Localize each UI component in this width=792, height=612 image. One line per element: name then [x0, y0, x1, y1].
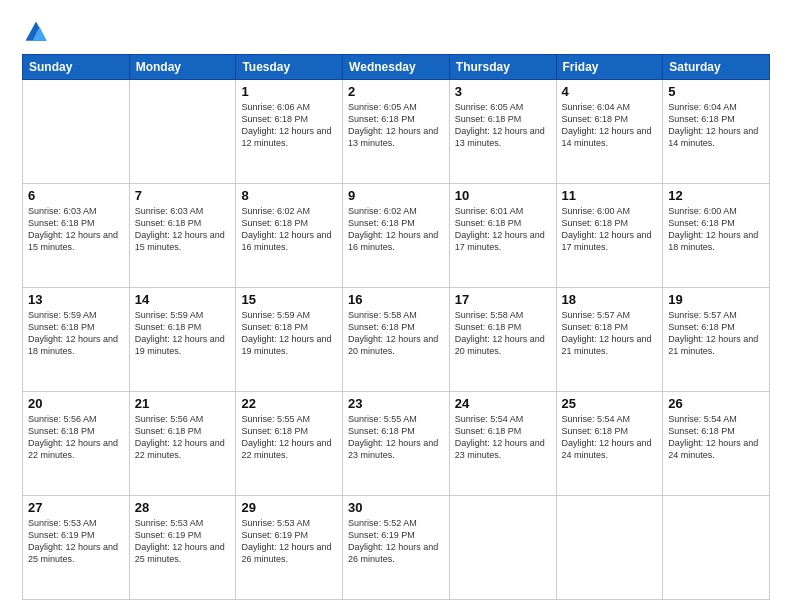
- weekday-header-row: SundayMondayTuesdayWednesdayThursdayFrid…: [23, 55, 770, 80]
- calendar-cell: 11Sunrise: 6:00 AM Sunset: 6:18 PM Dayli…: [556, 184, 663, 288]
- day-info: Sunrise: 5:53 AM Sunset: 6:19 PM Dayligh…: [241, 517, 337, 566]
- calendar-cell: [23, 80, 130, 184]
- day-info: Sunrise: 5:52 AM Sunset: 6:19 PM Dayligh…: [348, 517, 444, 566]
- day-info: Sunrise: 5:55 AM Sunset: 6:18 PM Dayligh…: [241, 413, 337, 462]
- day-info: Sunrise: 5:59 AM Sunset: 6:18 PM Dayligh…: [241, 309, 337, 358]
- day-info: Sunrise: 5:59 AM Sunset: 6:18 PM Dayligh…: [135, 309, 231, 358]
- logo: [22, 18, 54, 46]
- day-info: Sunrise: 5:58 AM Sunset: 6:18 PM Dayligh…: [348, 309, 444, 358]
- calendar-week-row: 20Sunrise: 5:56 AM Sunset: 6:18 PM Dayli…: [23, 392, 770, 496]
- calendar-cell: 20Sunrise: 5:56 AM Sunset: 6:18 PM Dayli…: [23, 392, 130, 496]
- day-number: 18: [562, 292, 658, 307]
- calendar-cell: 29Sunrise: 5:53 AM Sunset: 6:19 PM Dayli…: [236, 496, 343, 600]
- day-number: 27: [28, 500, 124, 515]
- calendar-cell: 28Sunrise: 5:53 AM Sunset: 6:19 PM Dayli…: [129, 496, 236, 600]
- day-number: 2: [348, 84, 444, 99]
- weekday-header-saturday: Saturday: [663, 55, 770, 80]
- day-info: Sunrise: 5:56 AM Sunset: 6:18 PM Dayligh…: [28, 413, 124, 462]
- calendar-cell: 17Sunrise: 5:58 AM Sunset: 6:18 PM Dayli…: [449, 288, 556, 392]
- day-number: 29: [241, 500, 337, 515]
- day-number: 19: [668, 292, 764, 307]
- day-number: 12: [668, 188, 764, 203]
- day-info: Sunrise: 5:58 AM Sunset: 6:18 PM Dayligh…: [455, 309, 551, 358]
- calendar-cell: 6Sunrise: 6:03 AM Sunset: 6:18 PM Daylig…: [23, 184, 130, 288]
- day-number: 17: [455, 292, 551, 307]
- calendar-week-row: 27Sunrise: 5:53 AM Sunset: 6:19 PM Dayli…: [23, 496, 770, 600]
- day-info: Sunrise: 5:55 AM Sunset: 6:18 PM Dayligh…: [348, 413, 444, 462]
- calendar-cell: 8Sunrise: 6:02 AM Sunset: 6:18 PM Daylig…: [236, 184, 343, 288]
- day-number: 5: [668, 84, 764, 99]
- day-info: Sunrise: 5:59 AM Sunset: 6:18 PM Dayligh…: [28, 309, 124, 358]
- day-info: Sunrise: 5:54 AM Sunset: 6:18 PM Dayligh…: [455, 413, 551, 462]
- day-number: 6: [28, 188, 124, 203]
- calendar-week-row: 13Sunrise: 5:59 AM Sunset: 6:18 PM Dayli…: [23, 288, 770, 392]
- calendar-cell: 14Sunrise: 5:59 AM Sunset: 6:18 PM Dayli…: [129, 288, 236, 392]
- day-number: 16: [348, 292, 444, 307]
- calendar-cell: 5Sunrise: 6:04 AM Sunset: 6:18 PM Daylig…: [663, 80, 770, 184]
- calendar-cell: 21Sunrise: 5:56 AM Sunset: 6:18 PM Dayli…: [129, 392, 236, 496]
- day-number: 21: [135, 396, 231, 411]
- day-info: Sunrise: 6:02 AM Sunset: 6:18 PM Dayligh…: [348, 205, 444, 254]
- calendar-cell: 19Sunrise: 5:57 AM Sunset: 6:18 PM Dayli…: [663, 288, 770, 392]
- day-number: 23: [348, 396, 444, 411]
- day-number: 25: [562, 396, 658, 411]
- day-info: Sunrise: 6:03 AM Sunset: 6:18 PM Dayligh…: [28, 205, 124, 254]
- calendar-week-row: 6Sunrise: 6:03 AM Sunset: 6:18 PM Daylig…: [23, 184, 770, 288]
- calendar-cell: 26Sunrise: 5:54 AM Sunset: 6:18 PM Dayli…: [663, 392, 770, 496]
- day-number: 3: [455, 84, 551, 99]
- calendar-cell: 1Sunrise: 6:06 AM Sunset: 6:18 PM Daylig…: [236, 80, 343, 184]
- weekday-header-thursday: Thursday: [449, 55, 556, 80]
- day-number: 9: [348, 188, 444, 203]
- calendar-cell: 2Sunrise: 6:05 AM Sunset: 6:18 PM Daylig…: [343, 80, 450, 184]
- day-number: 4: [562, 84, 658, 99]
- day-number: 24: [455, 396, 551, 411]
- weekday-header-friday: Friday: [556, 55, 663, 80]
- day-info: Sunrise: 5:57 AM Sunset: 6:18 PM Dayligh…: [562, 309, 658, 358]
- calendar-cell: 7Sunrise: 6:03 AM Sunset: 6:18 PM Daylig…: [129, 184, 236, 288]
- calendar-cell: 4Sunrise: 6:04 AM Sunset: 6:18 PM Daylig…: [556, 80, 663, 184]
- day-number: 8: [241, 188, 337, 203]
- header: [22, 18, 770, 46]
- calendar-cell: 16Sunrise: 5:58 AM Sunset: 6:18 PM Dayli…: [343, 288, 450, 392]
- page: SundayMondayTuesdayWednesdayThursdayFrid…: [0, 0, 792, 612]
- day-info: Sunrise: 6:04 AM Sunset: 6:18 PM Dayligh…: [562, 101, 658, 150]
- day-info: Sunrise: 6:00 AM Sunset: 6:18 PM Dayligh…: [668, 205, 764, 254]
- calendar-cell: 30Sunrise: 5:52 AM Sunset: 6:19 PM Dayli…: [343, 496, 450, 600]
- day-info: Sunrise: 6:00 AM Sunset: 6:18 PM Dayligh…: [562, 205, 658, 254]
- day-number: 1: [241, 84, 337, 99]
- weekday-header-tuesday: Tuesday: [236, 55, 343, 80]
- calendar-cell: 13Sunrise: 5:59 AM Sunset: 6:18 PM Dayli…: [23, 288, 130, 392]
- day-number: 26: [668, 396, 764, 411]
- calendar-cell: 23Sunrise: 5:55 AM Sunset: 6:18 PM Dayli…: [343, 392, 450, 496]
- logo-icon: [22, 18, 50, 46]
- day-info: Sunrise: 5:57 AM Sunset: 6:18 PM Dayligh…: [668, 309, 764, 358]
- day-number: 11: [562, 188, 658, 203]
- calendar-week-row: 1Sunrise: 6:06 AM Sunset: 6:18 PM Daylig…: [23, 80, 770, 184]
- calendar-cell: 3Sunrise: 6:05 AM Sunset: 6:18 PM Daylig…: [449, 80, 556, 184]
- weekday-header-monday: Monday: [129, 55, 236, 80]
- day-number: 15: [241, 292, 337, 307]
- calendar-cell: 12Sunrise: 6:00 AM Sunset: 6:18 PM Dayli…: [663, 184, 770, 288]
- weekday-header-sunday: Sunday: [23, 55, 130, 80]
- calendar-cell: 24Sunrise: 5:54 AM Sunset: 6:18 PM Dayli…: [449, 392, 556, 496]
- day-number: 13: [28, 292, 124, 307]
- calendar-body: 1Sunrise: 6:06 AM Sunset: 6:18 PM Daylig…: [23, 80, 770, 600]
- day-number: 7: [135, 188, 231, 203]
- day-number: 30: [348, 500, 444, 515]
- day-number: 28: [135, 500, 231, 515]
- day-info: Sunrise: 6:01 AM Sunset: 6:18 PM Dayligh…: [455, 205, 551, 254]
- day-info: Sunrise: 5:53 AM Sunset: 6:19 PM Dayligh…: [135, 517, 231, 566]
- calendar-cell: 22Sunrise: 5:55 AM Sunset: 6:18 PM Dayli…: [236, 392, 343, 496]
- day-info: Sunrise: 6:05 AM Sunset: 6:18 PM Dayligh…: [348, 101, 444, 150]
- calendar-table: SundayMondayTuesdayWednesdayThursdayFrid…: [22, 54, 770, 600]
- day-info: Sunrise: 5:53 AM Sunset: 6:19 PM Dayligh…: [28, 517, 124, 566]
- day-number: 10: [455, 188, 551, 203]
- day-number: 22: [241, 396, 337, 411]
- calendar-cell: 9Sunrise: 6:02 AM Sunset: 6:18 PM Daylig…: [343, 184, 450, 288]
- day-info: Sunrise: 5:54 AM Sunset: 6:18 PM Dayligh…: [668, 413, 764, 462]
- calendar-cell: [663, 496, 770, 600]
- calendar-header: SundayMondayTuesdayWednesdayThursdayFrid…: [23, 55, 770, 80]
- day-info: Sunrise: 6:02 AM Sunset: 6:18 PM Dayligh…: [241, 205, 337, 254]
- day-info: Sunrise: 6:05 AM Sunset: 6:18 PM Dayligh…: [455, 101, 551, 150]
- day-info: Sunrise: 5:56 AM Sunset: 6:18 PM Dayligh…: [135, 413, 231, 462]
